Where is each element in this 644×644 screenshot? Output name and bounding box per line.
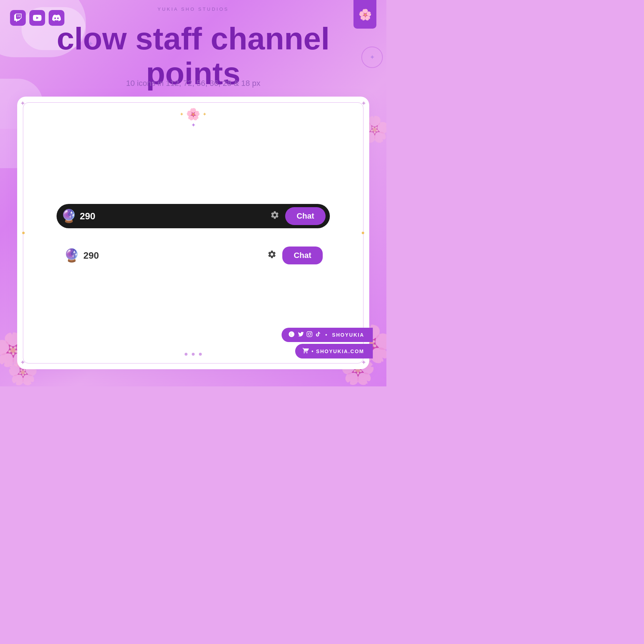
website-url: • SHOYUKIA.COM bbox=[312, 348, 364, 354]
orange-dot-right bbox=[362, 232, 364, 234]
studio-name: YUKIA SHO STUDIOS bbox=[157, 6, 229, 12]
cart-icon bbox=[302, 347, 309, 355]
orange-dot-left bbox=[22, 232, 25, 234]
gear-icon-light[interactable] bbox=[267, 250, 277, 262]
dot-2 bbox=[192, 353, 195, 356]
points-count-light: 290 bbox=[83, 250, 267, 261]
bottom-dots bbox=[185, 353, 202, 356]
clow-staff-icon-dark: 🔮 bbox=[61, 209, 77, 224]
sparkle-bottom-left: ✦ bbox=[20, 358, 25, 366]
dot-3 bbox=[199, 353, 202, 356]
points-bar-dark: 🔮 290 Chat bbox=[57, 204, 330, 228]
instagram-icon bbox=[307, 331, 312, 338]
subtitle: 10 icons in 112, 72, 56, 36, 28 & 18 px bbox=[0, 79, 386, 88]
sparkle-bottom-right: ✦ bbox=[361, 358, 366, 366]
tiktok-icon bbox=[315, 331, 321, 338]
white-card: ✦ ✦ ✦ ✦ ✦ 🌸 ✦ ✦ 🔮 290 Chat bbox=[17, 97, 369, 369]
flower-top-center: ✦ 🌸 ✦ ✦ bbox=[180, 107, 207, 128]
separator-dot: • bbox=[325, 332, 328, 338]
sparkle-top-right: ✦ bbox=[361, 99, 366, 107]
bottom-social-badge: 🅔 • SHOYUKIA bbox=[282, 328, 373, 342]
dot-1 bbox=[185, 353, 187, 356]
background: 🌸 🌸 🌸 🌸 🌸 ✦ ✦ ✦ YUKIA SHO STUDIOS bbox=[0, 0, 386, 386]
social-handle: SHOYUKIA bbox=[332, 332, 364, 338]
chat-button-dark[interactable]: Chat bbox=[285, 207, 326, 225]
etsy-icon: 🅔 bbox=[289, 332, 295, 338]
points-bar-light: 🔮 290 Chat bbox=[57, 243, 330, 268]
points-count-dark: 290 bbox=[80, 211, 270, 222]
card-border bbox=[23, 102, 364, 364]
chat-button-light[interactable]: Chat bbox=[282, 247, 323, 264]
twitter-icon bbox=[298, 331, 304, 338]
gear-icon-dark[interactable] bbox=[270, 210, 279, 222]
bottom-web-badge: • SHOYUKIA.COM bbox=[295, 344, 373, 358]
clow-staff-icon-light: 🔮 bbox=[64, 248, 80, 263]
sparkle-top-left: ✦ bbox=[20, 99, 25, 107]
